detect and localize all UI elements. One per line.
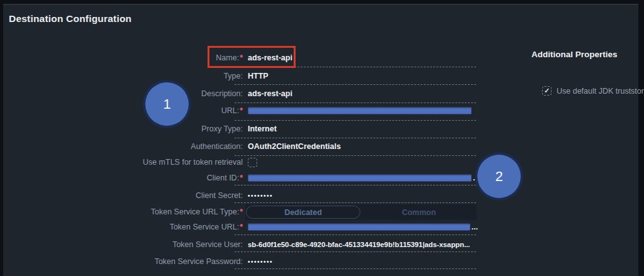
token-service-url-type-label: Token Service URL Type:	[151, 207, 239, 216]
field-row-proxy-type: Proxy Type: Internet	[0, 123, 478, 135]
token-service-url-overflow-ellipsis: ...	[472, 223, 478, 231]
authentication-value[interactable]: OAuth2ClientCredentials	[248, 142, 341, 151]
row-separator	[235, 235, 476, 235]
row-separator	[235, 102, 476, 103]
additional-properties-title: Additional Properties	[531, 50, 618, 59]
client-secret-label: Client Secret:	[0, 191, 243, 200]
client-id-label: Client ID:	[207, 174, 239, 182]
row-separator	[235, 251, 476, 252]
callout-number: 2	[495, 168, 502, 185]
row-separator	[235, 268, 476, 269]
row-separator	[235, 138, 476, 138]
field-row-mtls: Use mTLS for token retrieval	[0, 156, 478, 168]
required-marker: *	[240, 223, 243, 231]
url-redaction-bar[interactable]	[248, 107, 472, 114]
field-row-type: Type: HTTP	[0, 70, 478, 82]
field-row-token-service-user: Token Service User: sb-6d0f1e50-c89e-492…	[0, 238, 478, 251]
callout-badge-1: 1	[145, 82, 189, 126]
required-marker: *	[240, 207, 243, 216]
page-title: Destination Configuration	[9, 13, 131, 25]
field-row-token-service-password: Token Service Password: ••••••••	[0, 255, 478, 268]
row-separator	[235, 202, 476, 203]
row-separator	[235, 120, 476, 121]
token-service-url-type-segmented-control: Dedicated Common	[245, 204, 477, 220]
segment-common[interactable]: Common	[362, 206, 476, 219]
required-marker: *	[240, 174, 243, 182]
field-row-authentication: Authentication: OAuth2ClientCredentials	[0, 140, 478, 153]
client-id-overflow-ellipsis: ..	[473, 174, 477, 182]
row-separator	[235, 84, 476, 85]
token-service-user-value[interactable]: sb-6d0f1e50-c89e-4920-bfac-451334419e9b!…	[248, 241, 470, 248]
description-value[interactable]: ads-rest-api	[248, 89, 292, 98]
field-row-client-id: Client ID:* ..	[0, 172, 478, 184]
type-value[interactable]: HTTP	[248, 72, 269, 80]
client-secret-value[interactable]: ••••••••	[248, 192, 273, 199]
token-service-password-label: Token Service Password:	[0, 257, 243, 266]
token-service-user-label: Token Service User:	[0, 240, 243, 249]
url-label: URL:	[221, 106, 239, 115]
field-row-description: Description: ads-rest-api	[0, 87, 478, 100]
mtls-checkbox[interactable]	[248, 158, 257, 167]
authentication-label: Authentication:	[0, 142, 243, 151]
token-service-password-value[interactable]: ••••••••	[248, 258, 273, 265]
row-separator	[235, 185, 476, 185]
field-row-client-secret: Client Secret: ••••••••	[0, 189, 478, 202]
jdk-truststore-checkbox[interactable]: ✓	[542, 86, 552, 96]
required-marker: *	[240, 106, 243, 115]
name-highlight-box	[208, 46, 296, 68]
callout-number: 1	[163, 96, 170, 113]
client-id-redaction-bar[interactable]	[248, 174, 472, 182]
segment-dedicated[interactable]: Dedicated	[246, 206, 360, 219]
description-label: Description:	[0, 89, 243, 98]
destination-configuration-screen: Destination Configuration Name:* ads-res…	[0, 0, 644, 276]
checkmark-icon: ✓	[544, 87, 550, 94]
jdk-truststore-label: Use default JDK truststore	[557, 87, 644, 96]
callout-badge-2: 2	[477, 155, 521, 198]
token-service-url-label: Token Service URL:	[170, 223, 239, 231]
field-row-token-service-url: Token Service URL:* ...	[0, 221, 478, 233]
field-row-url: URL:*	[0, 104, 478, 117]
proxy-type-label: Proxy Type:	[0, 124, 243, 133]
type-label: Type:	[0, 72, 243, 80]
jdk-truststore-row: ✓ Use default JDK truststore	[542, 86, 644, 96]
token-service-url-redaction-bar[interactable]	[248, 223, 470, 231]
mtls-label: Use mTLS for token retrieval	[0, 158, 243, 167]
proxy-type-value[interactable]: Internet	[248, 124, 277, 133]
